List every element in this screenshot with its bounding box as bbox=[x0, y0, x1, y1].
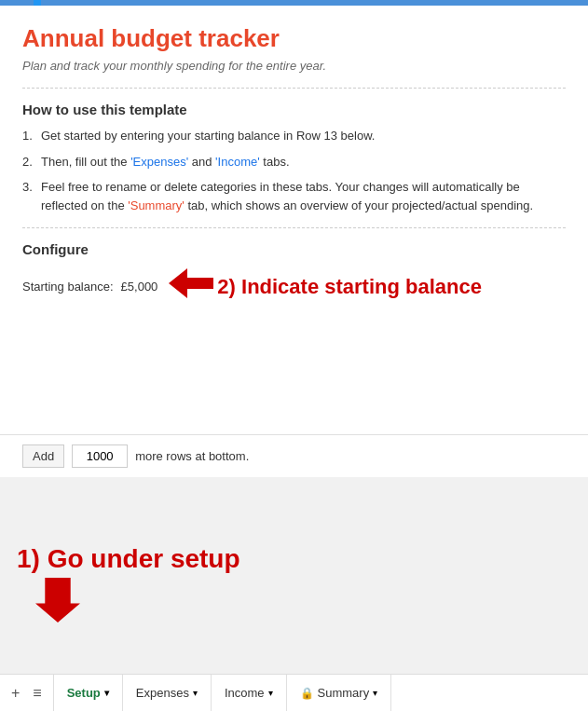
svg-marker-1 bbox=[35, 578, 80, 622]
page-subtitle: Plan and track your monthly spending for… bbox=[22, 59, 566, 73]
sheet-list-button[interactable]: ≡ bbox=[29, 683, 45, 704]
tab-summary-lock-icon: 🔒 bbox=[300, 687, 314, 700]
page-title: Annual budget tracker bbox=[22, 24, 566, 53]
how-to-use-title: How to use this template bbox=[22, 102, 566, 117]
setup-annotation: 1) Go under setup bbox=[17, 544, 240, 626]
menu-icon: ≡ bbox=[33, 685, 41, 701]
step-2-text: Then, fill out the 'Expenses' and 'Incom… bbox=[41, 155, 290, 169]
step-3-link: 'Summary' bbox=[128, 198, 185, 212]
configure-section: Configure Starting balance: £5,000 2) In… bbox=[22, 241, 566, 307]
balance-annotation: 2) Indicate starting balance bbox=[217, 275, 482, 299]
tab-income-chevron: ▾ bbox=[268, 688, 273, 698]
add-button[interactable]: Add bbox=[22, 444, 64, 468]
add-rows-label: more rows at bottom. bbox=[135, 449, 249, 463]
step-1-text: Get started by entering your starting ba… bbox=[41, 129, 375, 143]
svg-marker-0 bbox=[169, 268, 213, 298]
add-sheet-button[interactable]: + bbox=[7, 683, 23, 704]
tab-income[interactable]: Income ▾ bbox=[212, 675, 287, 711]
tab-summary-chevron: ▾ bbox=[373, 688, 377, 698]
step-3: Feel free to rename or delete categories… bbox=[22, 178, 566, 214]
tab-summary[interactable]: 🔒 Summary ▾ bbox=[287, 675, 392, 711]
main-content: Annual budget tracker Plan and track you… bbox=[0, 6, 588, 434]
add-row-section: Add more rows at bottom. bbox=[0, 434, 588, 477]
add-rows-input[interactable] bbox=[72, 444, 128, 468]
step-2-link1: 'Expenses' bbox=[130, 155, 188, 169]
divider-1 bbox=[22, 88, 566, 89]
plus-icon: + bbox=[11, 685, 20, 701]
step-1: Get started by entering your starting ba… bbox=[22, 127, 566, 145]
top-bar-accent bbox=[34, 0, 41, 6]
divider-2 bbox=[22, 227, 566, 228]
setup-annotation-text: 1) Go under setup bbox=[17, 544, 240, 573]
tab-setup-label: Setup bbox=[67, 686, 101, 700]
step-2-link2: 'Income' bbox=[215, 155, 260, 169]
starting-balance-value: £5,000 bbox=[121, 280, 158, 294]
configure-row: Starting balance: £5,000 2) Indicate sta… bbox=[22, 267, 566, 307]
starting-balance-label: Starting balance: bbox=[22, 280, 114, 294]
instructions-list: Get started by entering your starting ba… bbox=[22, 127, 566, 214]
tab-setup-chevron: ▾ bbox=[104, 688, 109, 698]
configure-title: Configure bbox=[22, 241, 566, 257]
tab-bar: + ≡ Setup ▾ Expenses ▾ Income ▾ 🔒 Summar… bbox=[0, 674, 588, 711]
top-bar bbox=[0, 0, 588, 6]
tab-expenses-chevron: ▾ bbox=[193, 688, 198, 698]
step-2: Then, fill out the 'Expenses' and 'Incom… bbox=[22, 153, 566, 171]
tab-setup[interactable]: Setup ▾ bbox=[54, 675, 123, 711]
tab-expenses-label: Expenses bbox=[136, 686, 189, 700]
tab-summary-label: Summary bbox=[318, 686, 370, 700]
tab-income-label: Income bbox=[225, 686, 265, 700]
tab-expenses[interactable]: Expenses ▾ bbox=[123, 675, 212, 711]
balance-arrow-icon bbox=[169, 267, 213, 307]
gray-area: 1) Go under setup bbox=[0, 477, 588, 682]
tab-bar-controls: + ≡ bbox=[0, 675, 54, 711]
tabs-container: Setup ▾ Expenses ▾ Income ▾ 🔒 Summary ▾ bbox=[54, 675, 588, 711]
step-3-text: Feel free to rename or delete categories… bbox=[41, 180, 533, 212]
setup-arrow-icon bbox=[35, 578, 240, 626]
